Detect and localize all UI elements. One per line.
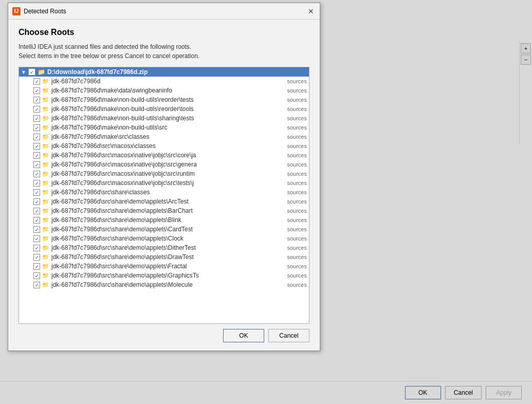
tree-item[interactable]: 📁jdk-687fd7c7986d\src\share\demo\applets…: [19, 280, 309, 289]
item-path: jdk-687fd7c7986d\src\share\demo\applets\…: [51, 253, 281, 261]
item-checkbox[interactable]: [33, 87, 40, 94]
folder-icon: 📁: [42, 143, 49, 150]
tree-item[interactable]: 📁jdk-687fd7c7986d\src\share\demo\applets…: [19, 234, 309, 243]
item-type: sources: [287, 152, 307, 158]
folder-icon: 📁: [42, 115, 49, 122]
tree-item[interactable]: 📁jdk-687fd7c7986d\make\data\swingbeaninf…: [19, 86, 309, 95]
folder-icon: 📁: [42, 272, 49, 279]
tree-item[interactable]: 📁jdk-687fd7c7986d\src\macosx\native\jobj…: [19, 160, 309, 169]
item-checkbox[interactable]: [33, 180, 40, 187]
item-checkbox[interactable]: [33, 134, 40, 140]
folder-icon: 📁: [42, 124, 49, 131]
item-type: sources: [287, 106, 307, 112]
folder-icon: 📁: [42, 254, 49, 261]
folder-icon: 📁: [42, 171, 49, 177]
tree-item[interactable]: 📁jdk-687fd7c7986d\src\share\classessourc…: [19, 188, 309, 197]
item-checkbox[interactable]: [33, 217, 40, 224]
folder-icon: 📁: [42, 235, 49, 242]
item-checkbox[interactable]: [33, 171, 40, 177]
tree-item[interactable]: 📁jdk-687fd7c7986d\src\share\demo\applets…: [19, 243, 309, 252]
tree-item[interactable]: 📁jdk-687fd7c7986d\src\macosx\native\jobj…: [19, 151, 309, 160]
tree-item[interactable]: 📁jdk-687fd7c7986d\make\non-build-utils\s…: [19, 123, 309, 132]
item-type: sources: [287, 97, 307, 103]
tree-items: 📁jdk-687fd7c7986dsources📁jdk-687fd7c7986…: [19, 77, 309, 289]
item-checkbox[interactable]: [33, 254, 40, 261]
item-checkbox[interactable]: [33, 282, 40, 288]
item-checkbox[interactable]: [33, 198, 40, 205]
item-checkbox[interactable]: [33, 263, 40, 270]
item-checkbox[interactable]: [33, 78, 40, 85]
item-path: jdk-687fd7c7986d\make\non-build-utils\re…: [51, 96, 281, 103]
item-type: sources: [287, 245, 307, 251]
app-icon: IJ: [12, 7, 21, 15]
item-checkbox[interactable]: [33, 106, 40, 113]
item-path: jdk-687fd7c7986d\src\share\demo\applets\…: [51, 281, 281, 288]
folder-icon: 📁: [42, 87, 49, 94]
tree-item[interactable]: 📁jdk-687fd7c7986d\make\non-build-utils\r…: [19, 104, 309, 114]
folder-icon: 📁: [42, 78, 49, 85]
item-path: jdk-687fd7c7986d\make\data\swingbeaninfo: [51, 87, 281, 94]
item-checkbox[interactable]: [33, 161, 40, 168]
item-type: sources: [287, 171, 307, 177]
root-checkbox[interactable]: [28, 68, 35, 76]
tree-item[interactable]: 📁jdk-687fd7c7986d\src\macosx\native\jobj…: [19, 178, 309, 188]
tree-item[interactable]: 📁jdk-687fd7c7986d\src\share\demo\applets…: [19, 262, 309, 271]
item-path: jdk-687fd7c7986d\make\non-build-utils\sh…: [51, 115, 281, 122]
item-type: sources: [287, 226, 307, 232]
folder-icon: 📁: [42, 180, 49, 187]
item-checkbox[interactable]: [33, 272, 40, 279]
item-type: sources: [287, 78, 307, 84]
dialog-cancel-button[interactable]: Cancel: [268, 329, 309, 342]
item-checkbox[interactable]: [33, 143, 40, 150]
tree-item[interactable]: 📁jdk-687fd7c7986d\src\share\demo\applets…: [19, 271, 309, 280]
tree-item[interactable]: 📁jdk-687fd7c7986dsources: [19, 77, 309, 86]
folder-icon: 📁: [42, 97, 49, 103]
dialog-heading: Choose Roots: [19, 28, 309, 37]
tree-item[interactable]: 📁jdk-687fd7c7986d\src\macosx\classessour…: [19, 141, 309, 151]
tree-root-item[interactable]: ▼ 📁 D:\download\jdk-687fd7c7986d.zip: [19, 67, 309, 77]
item-path: jdk-687fd7c7986d\src\share\demo\applets\…: [51, 207, 281, 214]
folder-icon: 📁: [42, 134, 49, 140]
item-checkbox[interactable]: [33, 208, 40, 214]
dialog-close-button[interactable]: ✕: [306, 7, 316, 16]
item-checkbox[interactable]: [33, 97, 40, 103]
item-checkbox[interactable]: [33, 124, 40, 131]
folder-icon: 📁: [42, 217, 49, 224]
tree-item[interactable]: 📁jdk-687fd7c7986d\make\non-build-utils\r…: [19, 95, 309, 104]
item-path: jdk-687fd7c7986d\src\share\demo\applets\…: [51, 244, 281, 251]
item-path: jdk-687fd7c7986d\src\macosx\native\jobjc…: [51, 179, 281, 187]
item-checkbox[interactable]: [33, 245, 40, 251]
item-path: jdk-687fd7c7986d\src\share\demo\applets\…: [51, 216, 281, 224]
item-path: jdk-687fd7c7986d\src\share\demo\applets\…: [51, 235, 281, 242]
folder-icon: 📁: [42, 106, 49, 113]
detected-roots-dialog: IJ Detected Roots ✕ Choose Roots Intelli…: [8, 3, 320, 351]
dialog-buttons: OK Cancel: [19, 324, 309, 344]
root-path: D:\download\jdk-687fd7c7986d.zip: [47, 68, 148, 76]
folder-icon: 📁: [42, 152, 49, 159]
tree-item[interactable]: 📁jdk-687fd7c7986d\make\src\classessource…: [19, 132, 309, 141]
tree-item[interactable]: 📁jdk-687fd7c7986d\src\share\demo\applets…: [19, 215, 309, 225]
item-path: jdk-687fd7c7986d\make\src\classes: [51, 133, 281, 140]
dialog-title-left: IJ Detected Roots: [12, 7, 66, 15]
item-checkbox[interactable]: [33, 115, 40, 122]
item-type: sources: [287, 115, 307, 121]
item-path: jdk-687fd7c7986d: [51, 78, 281, 85]
dialog-description: IntelliJ IDEA just scanned files and det…: [19, 42, 309, 61]
roots-tree[interactable]: ▼ 📁 D:\download\jdk-687fd7c7986d.zip 📁jd…: [19, 67, 309, 324]
tree-item[interactable]: 📁jdk-687fd7c7986d\src\share\demo\applets…: [19, 225, 309, 234]
item-checkbox[interactable]: [33, 226, 40, 233]
item-type: sources: [287, 87, 307, 94]
tree-item[interactable]: 📁jdk-687fd7c7986d\src\share\demo\applets…: [19, 197, 309, 206]
item-checkbox[interactable]: [33, 235, 40, 242]
tree-item[interactable]: 📁jdk-687fd7c7986d\src\share\demo\applets…: [19, 252, 309, 262]
tree-item[interactable]: 📁jdk-687fd7c7986d\src\macosx\native\jobj…: [19, 169, 309, 178]
item-checkbox[interactable]: [33, 189, 40, 196]
item-checkbox[interactable]: [33, 152, 40, 159]
dialog-ok-button[interactable]: OK: [223, 329, 264, 342]
tree-item[interactable]: 📁jdk-687fd7c7986d\src\share\demo\applets…: [19, 206, 309, 215]
folder-icon: 📁: [42, 198, 49, 205]
item-path: jdk-687fd7c7986d\src\share\demo\applets\…: [51, 226, 281, 233]
tree-item[interactable]: 📁jdk-687fd7c7986d\make\non-build-utils\s…: [19, 114, 309, 123]
item-type: sources: [287, 180, 307, 186]
folder-icon: 📁: [42, 263, 49, 270]
